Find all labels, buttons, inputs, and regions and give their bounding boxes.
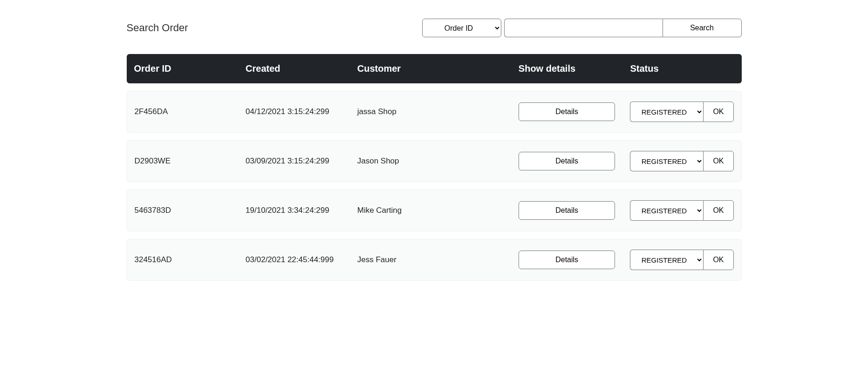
cell-created: 04/12/2021 3:15:24:299 bbox=[238, 91, 350, 133]
cell-customer: Jason Shop bbox=[350, 140, 511, 182]
cell-status: REGISTEREDOK bbox=[622, 140, 741, 182]
cell-status: REGISTEREDOK bbox=[622, 91, 741, 133]
cell-show-details: Details bbox=[511, 140, 623, 182]
details-button[interactable]: Details bbox=[519, 251, 615, 269]
status-group: REGISTEREDOK bbox=[630, 102, 733, 122]
table-row: D2903WE03/09/2021 3:15:24:299Jason ShopD… bbox=[127, 140, 742, 182]
search-controls: Order ID Search bbox=[422, 19, 742, 37]
search-field-select[interactable]: Order ID bbox=[422, 19, 501, 37]
table-row: 2F456DA04/12/2021 3:15:24:299jassa ShopD… bbox=[127, 91, 742, 133]
cell-order-id: 324516AD bbox=[127, 239, 239, 281]
cell-created: 03/02/2021 22:45:44:999 bbox=[238, 239, 350, 281]
header-show-details: Show details bbox=[511, 54, 623, 83]
status-group: REGISTEREDOK bbox=[630, 151, 733, 171]
cell-show-details: Details bbox=[511, 91, 623, 133]
details-button[interactable]: Details bbox=[519, 102, 615, 121]
search-title: Search Order bbox=[127, 22, 188, 34]
cell-order-id: 2F456DA bbox=[127, 91, 239, 133]
header-created: Created bbox=[238, 54, 350, 83]
status-select[interactable]: REGISTERED bbox=[630, 151, 703, 171]
cell-customer: jassa Shop bbox=[350, 91, 511, 133]
details-button[interactable]: Details bbox=[519, 201, 615, 220]
search-input[interactable] bbox=[504, 19, 663, 37]
status-select[interactable]: REGISTERED bbox=[630, 200, 703, 221]
ok-button[interactable]: OK bbox=[703, 250, 733, 270]
details-button[interactable]: Details bbox=[519, 152, 615, 170]
ok-button[interactable]: OK bbox=[703, 102, 733, 122]
cell-order-id: 5463783D bbox=[127, 190, 239, 231]
status-group: REGISTEREDOK bbox=[630, 250, 733, 270]
cell-created: 03/09/2021 3:15:24:299 bbox=[238, 140, 350, 182]
cell-customer: Jess Fauer bbox=[350, 239, 511, 281]
search-button[interactable]: Search bbox=[663, 19, 742, 37]
cell-customer: Mike Carting bbox=[350, 190, 511, 231]
orders-table: Order ID Created Customer Show details S… bbox=[127, 47, 742, 288]
header-order-id: Order ID bbox=[127, 54, 239, 83]
status-group: REGISTEREDOK bbox=[630, 200, 733, 221]
cell-status: REGISTEREDOK bbox=[622, 239, 741, 281]
cell-created: 19/10/2021 3:34:24:299 bbox=[238, 190, 350, 231]
cell-order-id: D2903WE bbox=[127, 140, 239, 182]
header-customer: Customer bbox=[350, 54, 511, 83]
cell-show-details: Details bbox=[511, 190, 623, 231]
ok-button[interactable]: OK bbox=[703, 200, 733, 221]
cell-show-details: Details bbox=[511, 239, 623, 281]
table-header-row: Order ID Created Customer Show details S… bbox=[127, 54, 742, 83]
header-status: Status bbox=[622, 54, 741, 83]
table-row: 324516AD03/02/2021 22:45:44:999Jess Faue… bbox=[127, 239, 742, 281]
ok-button[interactable]: OK bbox=[703, 151, 733, 171]
status-select[interactable]: REGISTERED bbox=[630, 102, 703, 122]
search-bar: Search Order Order ID Search bbox=[127, 19, 742, 37]
status-select[interactable]: REGISTERED bbox=[630, 250, 703, 270]
cell-status: REGISTEREDOK bbox=[622, 190, 741, 231]
table-row: 5463783D19/10/2021 3:34:24:299Mike Carti… bbox=[127, 190, 742, 231]
